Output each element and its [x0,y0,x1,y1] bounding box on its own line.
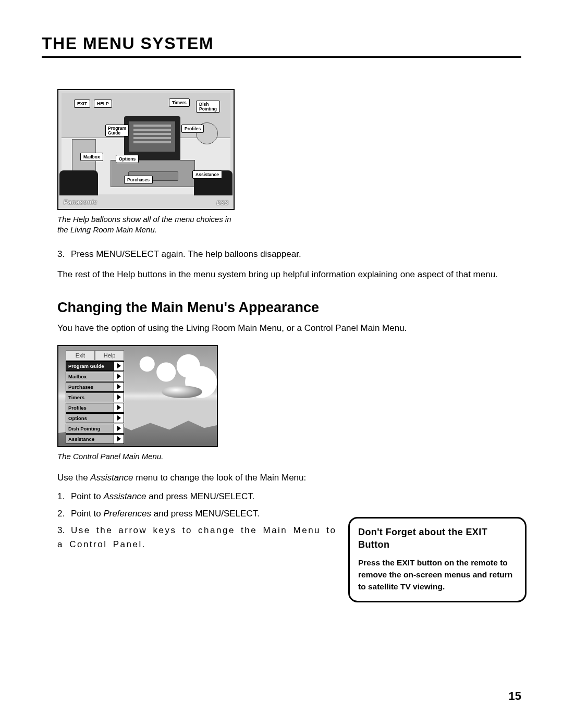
menu-item-label: Mailbox [66,374,114,379]
room-bg: EXIT HELP Timers Dish Pointing Program G… [62,93,230,194]
step-number: 3. [57,524,71,537]
em-assistance: Assistance [90,473,133,483]
appearance-intro: You have the option of using the Living … [57,322,506,335]
living-room-menu-screenshot: EXIT HELP Timers Dish Pointing Program G… [57,89,235,210]
menu-item-label: Options [66,415,114,421]
page-title: THE MENU SYSTEM [42,34,521,53]
chevron-right-icon [114,403,124,412]
label-options: Options [116,155,139,163]
label-purchases: Purchases [124,176,153,184]
figure-living-room: EXIT HELP Timers Dish Pointing Program G… [57,89,235,236]
callout-body: Press the EXIT button on the remote to r… [358,557,517,593]
step-1: 1.Point to Assistance and press MENU/SEL… [57,490,339,503]
chevron-right-icon [114,362,124,371]
label-dish-pointing: Dish Pointing [196,101,220,113]
blimp-icon [162,386,202,398]
menu-item-label: Program Guide [66,363,114,369]
chevron-right-icon [114,372,124,381]
step-text: Press MENU/SELECT again. The help balloo… [71,249,301,259]
menu-item-label: Dish Pointing [66,426,114,431]
menu-item-purchases[interactable]: Purchases [66,382,124,392]
figure-2-caption: The Control Panel Main Menu. [57,451,218,462]
em-assistance: Assistance [103,491,146,501]
exit-button[interactable]: Exit [66,350,95,361]
menu-item-label: Timers [66,394,114,400]
menu-item-label: Purchases [66,384,114,390]
chevron-right-icon [114,435,124,443]
menu-item-program-guide[interactable]: Program Guide [66,361,124,371]
page-number: 15 [509,689,521,703]
control-panel-menu: Exit Help Program Guide Mailbox Purchase… [66,350,124,444]
chevron-right-icon [114,393,124,402]
figure-1-caption: The Help balloons show all of the menu c… [57,214,235,236]
figure-control-panel: Exit Help Program Guide Mailbox Purchase… [57,345,218,462]
step-number: 2. [57,507,71,521]
label-profiles: Profiles [181,125,204,133]
step-3: 3.Press MENU/SELECT again. The help ball… [57,248,506,261]
menu-item-label: Assistance [66,436,114,442]
label-mailbox: Mailbox [80,153,103,161]
heading-rule [42,56,521,58]
help-buttons-paragraph: The rest of the Help buttons in the menu… [57,268,506,281]
chevron-right-icon [114,424,124,433]
assistance-steps: Use the Assistance menu to change the lo… [57,471,339,551]
chevron-right-icon [114,414,124,423]
label-assistance: Assistance [192,170,222,179]
menu-item-timers[interactable]: Timers [66,392,124,402]
callout-title: Don't Forget about the EXIT Button [358,526,517,551]
chevron-right-icon [114,382,124,391]
step-number: 1. [57,490,71,503]
label-help: HELP [94,100,112,108]
help-button[interactable]: Help [95,350,124,361]
step-3b: 3.Use the arrow keys to change the Main … [57,524,339,551]
menu-item-assistance[interactable]: Assistance [66,434,124,444]
dss-logo: DSS [216,200,228,206]
control-panel-screenshot: Exit Help Program Guide Mailbox Purchase… [57,345,218,447]
menu-item-mailbox[interactable]: Mailbox [66,372,124,381]
steps-intro: Use the Assistance menu to change the lo… [57,471,339,485]
menu-item-label: Profiles [66,405,114,411]
step-2: 2.Point to Preferences and press MENU/SE… [57,507,339,521]
couch-left-icon [59,170,98,195]
menu-item-profiles[interactable]: Profiles [66,403,124,413]
label-timers: Timers [169,98,190,107]
label-program-guide: Program Guide [105,125,129,137]
page-content: EXIT HELP Timers Dish Pointing Program G… [57,89,506,551]
brand-logo: Panasonic [64,199,97,206]
step-number: 3. [57,248,71,261]
manual-page: THE MENU SYSTEM EXIT HELP Timers Dish [0,0,563,728]
exit-button-callout: Don't Forget about the EXIT Button Press… [348,517,527,602]
em-preferences: Preferences [103,509,151,519]
menu-item-options[interactable]: Options [66,413,124,423]
label-exit: EXIT [74,100,90,108]
menu-item-dish-pointing[interactable]: Dish Pointing [66,424,124,434]
section-heading: Changing the Main Menu's Appearance [57,300,506,316]
